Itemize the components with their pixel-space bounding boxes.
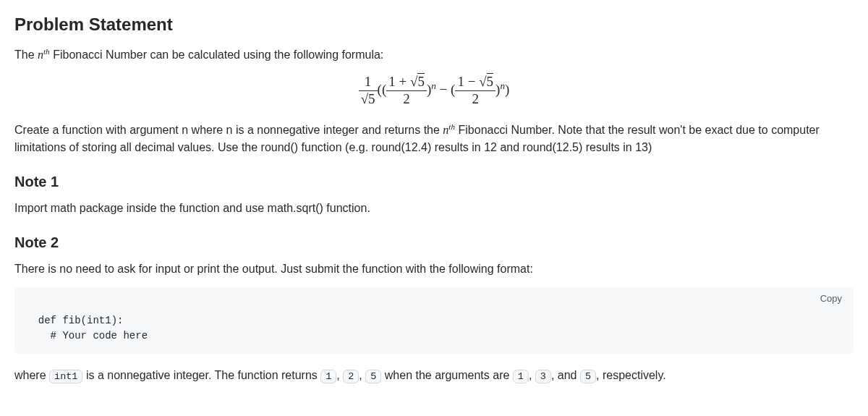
rparen3: ): [505, 82, 509, 97]
frac-1-sqrt5: 1 √5: [359, 74, 378, 109]
trail-d: , and: [551, 369, 580, 381]
task-text: Create a function with argument n where …: [14, 122, 854, 156]
lparen: ((: [378, 82, 387, 97]
code-arg-1: 1: [513, 370, 529, 383]
sqrt-five: 5: [417, 73, 425, 89]
sep: ,: [359, 369, 365, 381]
nth-n: n: [38, 48, 43, 61]
trail-b: is a nonnegative integer. The function r…: [82, 369, 320, 381]
formula: 1 √5 (( 1 + √5 2 )n − ( 1 − √5 2 )n): [14, 74, 854, 109]
psi-den: 2: [455, 91, 495, 109]
sep: ,: [529, 369, 535, 381]
nth-symbol: nth: [38, 48, 50, 61]
trail-e: , respectively.: [596, 369, 666, 381]
surd-icon: √: [410, 74, 417, 89]
plus-sign: +: [396, 74, 410, 89]
one: 1: [457, 74, 464, 89]
phi-num: 1 + √5: [386, 74, 427, 91]
sqrt-five: 5: [487, 73, 494, 89]
code-2: 2: [343, 370, 359, 383]
intro-text: The nth Fibonacci Number can be calculat…: [14, 46, 854, 64]
sep: ,: [336, 369, 343, 381]
code-block: Copydef fib(int1): # Your code here: [14, 288, 854, 354]
frac-num: 1: [359, 74, 378, 91]
nth-symbol: nth: [443, 124, 455, 136]
frac-phi: 1 + √5 2: [386, 74, 427, 109]
heading-problem-statement: Problem Statement: [14, 12, 854, 38]
code-arg-3: 3: [535, 370, 551, 383]
task-a: Create a function with argument n where …: [14, 124, 443, 136]
frac-psi: 1 − √5 2: [455, 74, 495, 109]
heading-note-1: Note 1: [14, 171, 854, 192]
code-content: def fib(int1): # Your code here: [26, 315, 148, 341]
surd-icon: √: [479, 74, 486, 89]
surd-icon: √: [361, 91, 368, 106]
code-5: 5: [365, 370, 381, 383]
intro-part-a: The: [14, 48, 38, 61]
trail-c: when the arguments are: [381, 369, 512, 381]
copy-button[interactable]: Copy: [816, 292, 846, 305]
exp1: n: [431, 80, 436, 91]
minus-sign: −: [464, 74, 479, 89]
phi-den: 2: [386, 91, 427, 109]
nth-th: th: [448, 122, 455, 130]
trailing-text: where int1 is a nonnegative integer. The…: [14, 367, 854, 384]
one: 1: [388, 74, 396, 89]
code-1: 1: [320, 370, 336, 383]
sqrt-five: 5: [368, 90, 375, 106]
code-int1: int1: [49, 370, 82, 383]
intro-part-b: Fibonacci Number can be calculated using…: [50, 48, 384, 61]
note-2-text: There is no need to ask for input or pri…: [14, 260, 854, 278]
psi-num: 1 − √5: [455, 74, 495, 91]
nth-th: th: [43, 47, 50, 56]
minus-outer: − (: [436, 82, 456, 97]
trail-a: where: [14, 369, 49, 381]
heading-note-2: Note 2: [14, 232, 854, 253]
note-1-text: Import math package inside the function …: [14, 200, 854, 217]
frac-den: √5: [359, 91, 378, 109]
code-arg-5: 5: [580, 370, 596, 383]
